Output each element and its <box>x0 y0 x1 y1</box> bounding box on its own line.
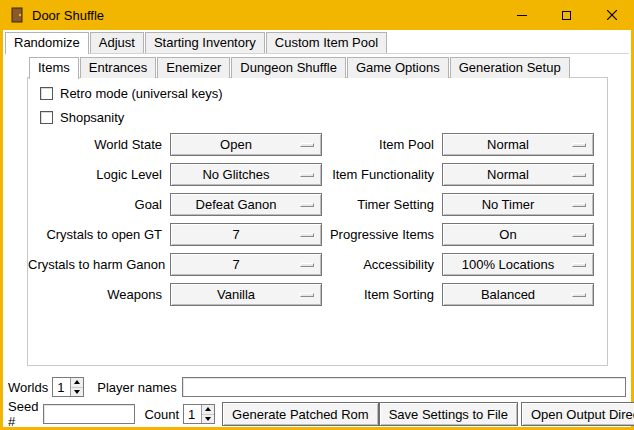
logic-level-dropdown[interactable]: No Glitches <box>170 163 322 186</box>
app-window: Door Shuffle Randomize Adjust Starting I… <box>0 0 634 430</box>
worlds-value: 1 <box>53 378 70 396</box>
dropdown-indicator-icon <box>572 233 586 237</box>
tab-entrances[interactable]: Entrances <box>80 57 157 78</box>
arrow-down-icon <box>205 417 211 421</box>
count-label: Count <box>144 407 179 422</box>
goal-label: Goal <box>28 197 162 212</box>
world-state-label: World State <box>28 137 162 152</box>
spin-up-button[interactable] <box>202 405 214 414</box>
dropdown-indicator-icon <box>572 173 586 177</box>
seed-input[interactable] <box>43 404 135 424</box>
arrow-up-icon <box>205 407 211 411</box>
spin-down-button[interactable] <box>71 387 83 397</box>
accessibility-label: Accessibility <box>322 257 434 272</box>
timer-setting-label: Timer Setting <box>322 197 434 212</box>
maximize-icon <box>562 11 571 20</box>
item-pool-dropdown[interactable]: Normal <box>442 133 594 156</box>
weapons-dropdown[interactable]: Vanilla <box>170 283 322 306</box>
client-area: Randomize Adjust Starting Inventory Cust… <box>3 30 631 427</box>
retro-mode-checkbox[interactable] <box>40 87 53 100</box>
spin-down-button[interactable] <box>202 414 214 424</box>
shopsanity-option[interactable]: Shopsanity <box>40 108 124 126</box>
generate-patched-rom-button[interactable]: Generate Patched Rom <box>222 402 379 426</box>
world-state-value: Open <box>175 134 297 155</box>
spin-up-button[interactable] <box>71 378 83 387</box>
caption-buttons <box>499 0 634 30</box>
arrow-down-icon <box>74 390 80 394</box>
maximize-button[interactable] <box>544 0 589 30</box>
progressive-items-label: Progressive Items <box>322 227 434 242</box>
dropdown-indicator-icon <box>572 263 586 267</box>
weapons-value: Vanilla <box>175 284 297 305</box>
crystals-gt-value: 7 <box>175 224 297 245</box>
item-functionality-label: Item Functionality <box>322 167 434 182</box>
tab-custom-item-pool[interactable]: Custom Item Pool <box>266 32 387 53</box>
form-row: World State Open Item Pool Normal <box>28 133 607 156</box>
item-pool-label: Item Pool <box>322 137 434 152</box>
crystals-gt-label: Crystals to open GT <box>28 227 162 242</box>
world-state-dropdown[interactable]: Open <box>170 133 322 156</box>
worlds-label: Worlds <box>8 380 48 395</box>
window-title: Door Shuffle <box>32 8 104 23</box>
minimize-button[interactable] <box>499 0 544 30</box>
dropdown-indicator-icon <box>300 173 314 177</box>
player-names-input[interactable] <box>182 377 626 397</box>
progressive-items-value: On <box>447 224 569 245</box>
retro-mode-option[interactable]: Retro mode (universal keys) <box>40 84 223 102</box>
goal-dropdown[interactable]: Defeat Ganon <box>170 193 322 216</box>
minimize-icon <box>517 15 527 16</box>
timer-setting-value: No Timer <box>447 194 569 215</box>
close-button[interactable] <box>589 0 634 30</box>
crystals-ganon-label: Crystals to harm Ganon <box>28 257 162 272</box>
item-functionality-value: Normal <box>447 164 569 185</box>
tab-starting-inventory[interactable]: Starting Inventory <box>145 32 265 53</box>
randomize-notebook: Items Entrances Enemizer Dungeon Shuffle… <box>27 58 608 366</box>
timer-setting-dropdown[interactable]: No Timer <box>442 193 594 216</box>
dropdown-indicator-icon <box>300 263 314 267</box>
form-row: Crystals to harm Ganon 7 Accessibility 1… <box>28 253 607 276</box>
tab-enemizer[interactable]: Enemizer <box>157 57 230 78</box>
tab-adjust[interactable]: Adjust <box>90 32 144 53</box>
open-output-directory-button[interactable]: Open Output Directory <box>521 402 634 426</box>
worlds-spin-arrows <box>70 378 83 396</box>
item-sorting-dropdown[interactable]: Balanced <box>442 283 594 306</box>
retro-mode-label: Retro mode (universal keys) <box>60 86 223 101</box>
close-icon <box>607 10 617 20</box>
title-bar[interactable]: Door Shuffle <box>0 0 634 30</box>
count-spinbox[interactable]: 1 <box>183 404 215 424</box>
count-spin-arrows <box>201 405 214 423</box>
dropdown-indicator-icon <box>300 143 314 147</box>
dropdown-indicator-icon <box>300 203 314 207</box>
tab-game-options[interactable]: Game Options <box>347 57 449 78</box>
tab-randomize[interactable]: Randomize <box>5 32 89 54</box>
logic-level-label: Logic Level <box>28 167 162 182</box>
seed-label: Seed # <box>8 399 38 429</box>
tab-items[interactable]: Items <box>29 57 79 79</box>
items-tab-content: Retro mode (universal keys) Shopsanity W… <box>27 77 608 366</box>
item-pool-value: Normal <box>447 134 569 155</box>
worlds-spinbox[interactable]: 1 <box>52 377 84 397</box>
tab-generation-setup[interactable]: Generation Setup <box>450 57 570 78</box>
dropdown-indicator-icon <box>572 203 586 207</box>
app-icon <box>9 7 25 23</box>
worlds-row: Worlds 1 Player names <box>8 376 626 398</box>
save-settings-button[interactable]: Save Settings to File <box>379 402 518 426</box>
dropdown-indicator-icon <box>572 143 586 147</box>
form-row: Weapons Vanilla Item Sorting Balanced <box>28 283 607 306</box>
item-functionality-dropdown[interactable]: Normal <box>442 163 594 186</box>
item-sorting-label: Item Sorting <box>322 287 434 302</box>
weapons-label: Weapons <box>28 287 162 302</box>
accessibility-value: 100% Locations <box>447 254 569 275</box>
seed-row: Seed # Count 1 Generate Patched Rom Save… <box>8 402 628 426</box>
crystals-gt-dropdown[interactable]: 7 <box>170 223 322 246</box>
shopsanity-checkbox[interactable] <box>40 111 53 124</box>
arrow-up-icon <box>74 380 80 384</box>
form-row: Logic Level No Glitches Item Functionali… <box>28 163 607 186</box>
crystals-ganon-dropdown[interactable]: 7 <box>170 253 322 276</box>
tab-dungeon-shuffle[interactable]: Dungeon Shuffle <box>231 57 346 78</box>
accessibility-dropdown[interactable]: 100% Locations <box>442 253 594 276</box>
item-sorting-value: Balanced <box>447 284 569 305</box>
logic-level-value: No Glitches <box>175 164 297 185</box>
progressive-items-dropdown[interactable]: On <box>442 223 594 246</box>
count-value: 1 <box>184 405 201 423</box>
